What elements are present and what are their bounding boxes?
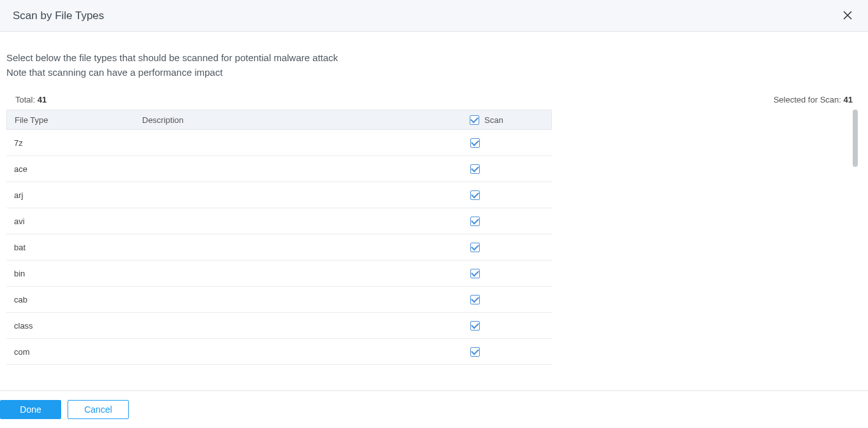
cell-scan [463,321,552,331]
table-header: File Type Description Scan [6,110,552,130]
cell-file-type: com [6,347,134,357]
table-wrap: File Type Description Scan 7zacearjaviba… [6,110,862,390]
col-header-file-type[interactable]: File Type [7,115,134,125]
selected-label: Selected for Scan: [774,95,841,104]
cell-scan [463,138,552,148]
total-count: Total: 41 [15,95,47,104]
dialog-footer: Done Cancel [0,390,868,428]
table-row: cab [6,287,552,313]
col-header-scan: Scan [462,115,551,125]
scan-checkbox[interactable] [470,190,480,200]
scan-checkbox[interactable] [470,138,480,148]
dialog-header: Scan by File Types [0,0,868,32]
scan-checkbox[interactable] [470,347,480,357]
scrollbar-thumb[interactable] [853,110,858,167]
close-icon[interactable] [840,7,855,25]
intro-text: Select below the file types that should … [6,51,862,80]
table-row: avi [6,208,552,234]
scan-checkbox[interactable] [470,321,480,331]
done-button[interactable]: Done [0,400,61,419]
scan-checkbox[interactable] [470,217,480,226]
dialog-content: Select below the file types that should … [0,32,868,390]
cell-scan [463,243,552,252]
col-header-description[interactable]: Description [134,115,462,125]
table-row: class [6,313,552,339]
cell-file-type: avi [6,217,134,226]
file-type-table: File Type Description Scan 7zacearjaviba… [6,110,552,365]
table-row: arj [6,182,552,208]
cell-scan [463,164,552,174]
scrollbar[interactable] [853,110,858,345]
selected-count: Selected for Scan: 41 [774,95,853,104]
cell-file-type: arj [6,190,134,200]
table-row: bin [6,260,552,287]
cell-scan [463,347,552,357]
table-body: 7zacearjavibatbincabclasscom [6,130,552,365]
total-label: Total: [15,95,35,104]
table-row: 7z [6,130,552,156]
intro-line-1: Select below the file types that should … [6,51,862,66]
scan-checkbox[interactable] [470,295,480,304]
counts-row: Total: 41 Selected for Scan: 41 [6,95,862,110]
select-all-checkbox[interactable] [470,115,479,125]
selected-value: 41 [844,95,853,104]
total-value: 41 [38,95,47,104]
cell-scan [463,190,552,200]
cell-file-type: 7z [6,138,134,148]
cell-scan [463,269,552,278]
scan-checkbox[interactable] [470,243,480,252]
cell-file-type: class [6,321,134,331]
table-row: bat [6,234,552,260]
scan-checkbox[interactable] [470,164,480,174]
cell-file-type: cab [6,295,134,304]
cancel-button[interactable]: Cancel [68,400,129,419]
table-row: ace [6,156,552,182]
cell-file-type: ace [6,164,134,174]
dialog-title: Scan by File Types [13,10,104,22]
scan-checkbox[interactable] [470,269,480,278]
table-row: com [6,339,552,365]
intro-line-2: Note that scanning can have a performanc… [6,66,862,80]
col-header-scan-label[interactable]: Scan [484,115,503,125]
cell-scan [463,217,552,226]
cell-scan [463,295,552,304]
cell-file-type: bat [6,243,134,252]
cell-file-type: bin [6,269,134,278]
